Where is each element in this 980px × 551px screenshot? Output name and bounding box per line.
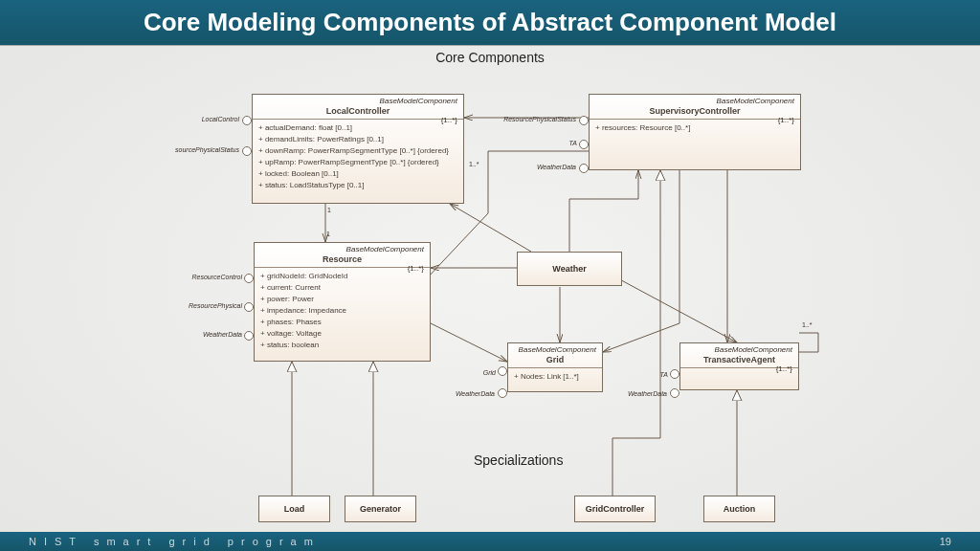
stereotype-label: BaseModelComponent [255, 243, 430, 253]
port-label: ResourcePhysical [185, 302, 242, 309]
class-auction: Auction [703, 496, 775, 522]
port-label: sourcePhysicalStatus [167, 146, 239, 153]
port-icon [244, 302, 254, 312]
port-label: WeatherData [447, 390, 495, 397]
page-title: Core Modeling Components of Abstract Com… [0, 0, 980, 46]
multiplicity-label: {1..*} [441, 116, 457, 124]
port-label: Grid [477, 369, 496, 376]
svg-line-11 [603, 323, 679, 352]
stereotype-label: BaseModelComponent [590, 95, 800, 105]
port-label: WeatherData [526, 164, 576, 170]
attribute-list: + actualDemand: float [0..1] + demandLim… [253, 120, 463, 194]
port-icon [244, 274, 254, 283]
class-local-controller: BaseModelComponent LocalController {1..*… [252, 94, 464, 204]
svg-line-8 [612, 276, 737, 342]
class-resource: BaseModelComponent Resource {1..*} + gri… [254, 242, 431, 362]
class-grid: BaseModelComponent Grid + Nodes: Link [1… [507, 342, 603, 392]
attribute-list: + resources: Resource [0..*] [590, 120, 800, 137]
page-number: 19 [940, 536, 951, 547]
multiplicity-label: {1..*} [776, 364, 792, 373]
class-name: LocalController [253, 105, 463, 120]
stereotype-label: BaseModelComponent [680, 343, 798, 354]
stereotype-label: BaseModelComponent [508, 343, 602, 354]
class-name: SupervisoryController [590, 105, 800, 120]
multiplicity-label: 1 [319, 231, 330, 237]
attribute-list: + gridNodeId: GridNodeId + current: Curr… [255, 268, 430, 354]
class-supervisory-controller: BaseModelComponent SupervisoryController… [589, 94, 801, 170]
port-icon [670, 369, 679, 379]
port-label: LocalControl [191, 116, 239, 122]
port-label: WeatherData [191, 331, 242, 338]
multiplicity-label: {1..*} [408, 264, 424, 273]
port-label: TA [649, 371, 668, 378]
footer-text: NIST smart grid program [29, 536, 321, 547]
class-weather: Weather [517, 252, 622, 286]
multiplicity-label: 1..* [469, 161, 488, 167]
port-label: TA [560, 140, 577, 146]
multiplicity-label: 1 [322, 207, 331, 213]
port-icon [670, 388, 679, 398]
port-icon [498, 388, 507, 398]
footer-bar: NIST smart grid program 19 [0, 532, 980, 551]
class-name: Resource [255, 253, 430, 268]
multiplicity-label: {1..*} [778, 116, 794, 124]
specializations-label: Specializations [474, 452, 563, 468]
multiplicity-label: 1..* [802, 321, 821, 328]
class-generator: Generator [345, 496, 416, 522]
svg-line-15 [431, 323, 507, 362]
class-load: Load [258, 496, 330, 522]
core-components-label: Core Components [0, 50, 980, 65]
attribute-list: + Nodes: Link [1..*] [508, 368, 602, 386]
port-icon [579, 140, 589, 149]
stereotype-label: BaseModelComponent [253, 95, 463, 105]
port-icon [579, 116, 589, 125]
port-icon [242, 146, 252, 156]
port-label: ResourceControl [187, 274, 242, 280]
class-transactive-agent: BaseModelComponent TransactiveAgent {1..… [679, 342, 799, 390]
port-icon [579, 164, 589, 173]
port-label: WeatherData [619, 390, 667, 397]
port-label: ResourcePhysicalStatus [498, 116, 576, 122]
port-icon [498, 366, 507, 376]
class-grid-controller: GridController [574, 496, 656, 522]
class-name: Grid [508, 354, 602, 368]
svg-line-6 [450, 204, 531, 252]
diagram-canvas: BaseModelComponent LocalController {1..*… [0, 65, 980, 522]
port-icon [242, 116, 252, 125]
port-icon [244, 331, 254, 341]
